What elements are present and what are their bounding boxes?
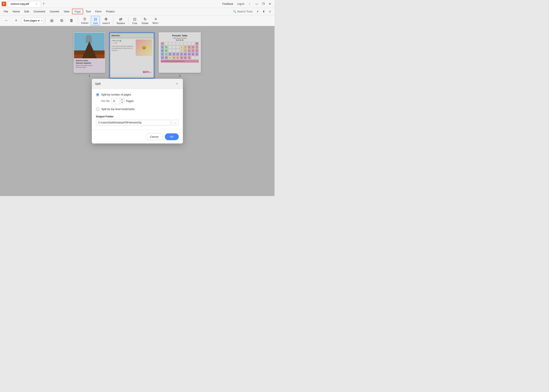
more-label: More — [153, 22, 158, 24]
rotate-icon: ↻ — [143, 17, 147, 21]
crop-icon: ⊡ — [133, 17, 136, 21]
delete-page-icon: 🗑 — [70, 18, 73, 23]
dialog-header: Split × — [92, 79, 183, 89]
kebab-menu-btn[interactable]: ⋮ — [247, 2, 252, 6]
split-by-pages-label: Split by number of pages — [101, 93, 131, 96]
menu-form[interactable]: Form — [93, 9, 103, 14]
share-btn[interactable]: ↗ — [255, 9, 260, 14]
extract-label: Extract — [81, 22, 88, 24]
rotate-label: Rotate — [142, 22, 148, 24]
output-folder-section: Output Folder ··· — [96, 115, 179, 126]
extract-btn[interactable]: ⎘ Extract — [80, 16, 90, 25]
expand-btn[interactable]: ⤢ — [267, 9, 273, 14]
split-by-pages-option[interactable]: Split by number of pages — [96, 93, 179, 96]
main-content: Science Class Volcanic Experim Willow Cr… — [0, 26, 274, 196]
dialog-title: Split — [95, 82, 101, 85]
minimize-btn[interactable]: — — [254, 1, 260, 7]
tab-title: science-copy.pdf — [11, 2, 29, 5]
pages-per-file-input-wrapper: 2 ▲ ▼ — [111, 98, 124, 104]
menu-convert[interactable]: Convert — [48, 9, 61, 14]
pages-label: Pages — [126, 99, 134, 103]
restore-btn[interactable]: ❐ — [260, 1, 266, 7]
rotate-btn[interactable]: ↻ Rotate — [140, 16, 150, 25]
active-tab[interactable]: science-copy.pdf × — [8, 1, 41, 7]
zoom-in-btn[interactable]: + — [12, 18, 21, 24]
upload-btn[interactable]: ⬆ — [261, 9, 267, 14]
toolbar-divider-4 — [128, 17, 128, 24]
extract-icon: ⎘ — [84, 17, 86, 21]
cancel-btn[interactable]: Cancel — [146, 133, 163, 140]
toolbar-divider-3 — [113, 17, 113, 24]
dropdown-arrow-icon: ▾ — [41, 20, 42, 22]
insert-btn[interactable]: ⊕ Insert ▾ — [101, 16, 112, 25]
split-by-bookmarks-label: Split by top level bookmarks — [101, 107, 135, 111]
insert-arrow-icon: ▾ — [109, 22, 110, 24]
split-dialog: Split × Split by number of pages Per fil… — [92, 79, 183, 143]
menu-home[interactable]: Home — [11, 9, 22, 14]
close-btn[interactable]: ✕ — [267, 1, 273, 7]
split-by-pages-radio[interactable] — [96, 93, 99, 96]
split-by-bookmarks-option[interactable]: Split by top level bookmarks — [96, 107, 179, 111]
page-mode-dropdown[interactable]: Even pages Odd pages All pages — [23, 19, 40, 22]
minus-icon: − — [5, 18, 7, 23]
replace-label: Replace — [117, 22, 125, 24]
search-icon: 🔍 — [233, 10, 236, 13]
copy-page-btn[interactable]: ⧉ — [57, 18, 66, 24]
dialog-footer: Cancel OK — [92, 130, 183, 143]
spinner-up-btn[interactable]: ▲ — [120, 98, 124, 101]
replace-icon: ⇄ — [119, 17, 122, 21]
per-file-row: Per file 2 ▲ ▼ Pages — [101, 98, 179, 104]
folder-path-input[interactable] — [96, 120, 171, 126]
dialog-body: Split by number of pages Per file 2 ▲ ▼ — [92, 89, 183, 130]
search-tools-btn[interactable]: 🔍 Search Tools — [231, 9, 254, 14]
insert-page-icon: ⊞ — [50, 18, 53, 23]
spinner-down-btn[interactable]: ▼ — [120, 101, 124, 104]
menu-tool[interactable]: Tool — [84, 9, 93, 14]
toolbar: − + Even pages Odd pages All pages ▾ ⊞ ⧉… — [0, 15, 274, 26]
menu-page[interactable]: Page — [72, 9, 83, 14]
menu-protect[interactable]: Protect — [104, 9, 116, 14]
insert-icon: ⊕ — [105, 17, 107, 21]
split-label: Split — [93, 22, 98, 24]
menu-edit[interactable]: Edit — [22, 9, 31, 14]
insert-page-btn[interactable]: ⊞ — [47, 18, 56, 24]
title-bar-actions: Feedback Log In ⋮ — [221, 2, 252, 6]
more-btn[interactable]: ≡ More › — [151, 16, 161, 25]
dialog-overlay: Split × Split by number of pages Per fil… — [0, 26, 274, 196]
menu-comment[interactable]: Comment — [31, 9, 47, 14]
toolbar-divider-2 — [78, 17, 78, 24]
more-arrow-icon: › — [158, 22, 159, 24]
crop-btn[interactable]: ⊡ Crop — [130, 16, 139, 25]
feedback-btn[interactable]: Feedback — [221, 2, 235, 6]
menu-file[interactable]: File — [2, 9, 10, 14]
per-file-label: Per file — [101, 99, 110, 103]
output-folder-label: Output Folder — [96, 115, 179, 118]
pages-per-file-input[interactable]: 2 — [112, 98, 120, 104]
ok-btn[interactable]: OK — [165, 133, 179, 140]
search-tools-label: Search Tools — [237, 10, 253, 13]
copy-page-icon: ⧉ — [60, 18, 63, 23]
new-tab-btn[interactable]: + — [41, 1, 46, 7]
delete-page-btn[interactable]: 🗑 — [67, 18, 76, 24]
menu-bar: File Home Edit Comment Convert View Page… — [0, 8, 274, 15]
option1-container: Split by number of pages Per file 2 ▲ ▼ — [96, 93, 179, 104]
zoom-out-btn[interactable]: − — [2, 18, 11, 24]
number-spinners: ▲ ▼ — [120, 98, 124, 104]
login-btn[interactable]: Log In — [236, 2, 246, 6]
dialog-close-btn[interactable]: × — [175, 81, 179, 86]
more-icon: ≡ — [155, 17, 157, 21]
folder-input-row: ··· — [96, 120, 179, 126]
folder-browse-btn[interactable]: ··· — [172, 120, 179, 126]
tab-close-btn[interactable]: × — [35, 2, 38, 6]
app-icon: F — [2, 2, 6, 6]
split-btn[interactable]: ⊟ Split — [91, 16, 100, 25]
title-bar: F science-copy.pdf × + Feedback Log In ⋮… — [0, 0, 274, 8]
split-options: Split by number of pages Per file 2 ▲ ▼ — [96, 93, 179, 111]
menu-view[interactable]: View — [62, 9, 71, 14]
page-mode-selector[interactable]: Even pages Odd pages All pages ▾ — [21, 18, 44, 24]
insert-label: Insert — [102, 22, 108, 24]
replace-btn[interactable]: ⇄ Replace — [115, 16, 127, 25]
split-by-bookmarks-radio[interactable] — [96, 107, 99, 111]
tab-bar: science-copy.pdf × + — [8, 1, 221, 7]
window-controls: — ❐ ✕ — [254, 1, 273, 7]
